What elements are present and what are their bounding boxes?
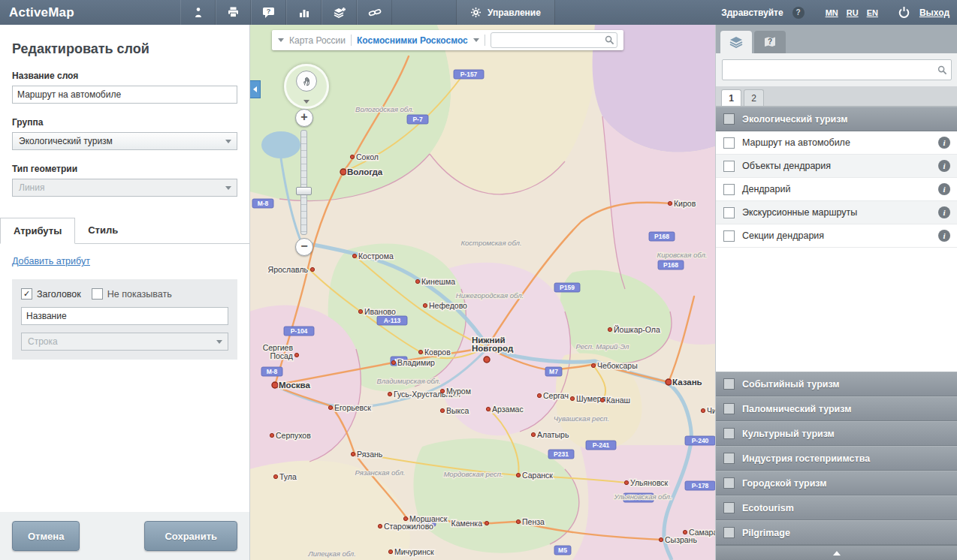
group-checkbox[interactable] [723, 428, 735, 439]
group-checkbox[interactable] [723, 403, 735, 414]
svg-text:М-8: М-8 [258, 200, 269, 207]
svg-text:Арзамас: Арзамас [492, 405, 524, 414]
svg-text:Р-178: Р-178 [692, 482, 709, 489]
base-layer-selector[interactable]: Карта России [289, 35, 346, 46]
title-checkbox[interactable] [21, 288, 32, 300]
layer-group-header[interactable]: Pilgrimage [716, 520, 957, 545]
editor-tabs: Атрибуты Стиль [0, 218, 249, 244]
layer-info-icon[interactable] [938, 206, 950, 218]
layer-row[interactable]: Секции дендрария [716, 224, 957, 248]
lang-mn[interactable]: MN [826, 8, 838, 17]
layer-group-header[interactable]: Индустрия гостеприимства [716, 446, 957, 471]
tab-layers[interactable] [720, 31, 752, 53]
search-icon[interactable] [605, 35, 614, 45]
cancel-button[interactable]: Отмена [12, 521, 80, 551]
layers-search-input[interactable] [726, 59, 937, 80]
layer-row[interactable]: Экскурсионные маршруты [716, 201, 957, 224]
user-icon[interactable] [180, 0, 216, 25]
hide-checkbox[interactable] [92, 288, 103, 300]
group-label: Индустрия гостеприимства [742, 453, 870, 464]
city-marker: Егорьевск [328, 403, 371, 412]
layer-name-input[interactable] [12, 86, 237, 104]
road-badge: М5 [554, 546, 571, 555]
svg-text:Ковров: Ковров [424, 348, 451, 357]
layer-group-header[interactable]: Городской туризм [716, 471, 957, 495]
report-icon[interactable]: ? [251, 0, 286, 25]
layer-row[interactable]: Маршрут на автомобиле [716, 131, 957, 155]
zoom-out-button[interactable] [295, 238, 313, 256]
group-checkbox[interactable] [723, 502, 735, 513]
zoom-in-button[interactable] [295, 109, 313, 127]
save-button[interactable]: Сохранить [144, 521, 237, 551]
add-attribute-link[interactable]: Добавить атрибут [12, 256, 90, 266]
svg-text:Пенза: Пенза [522, 517, 545, 526]
layer-checkbox[interactable] [723, 230, 735, 242]
layer-info-icon[interactable] [938, 137, 950, 149]
layer-row[interactable]: Объекты дендрария [716, 155, 957, 178]
layer-checkbox[interactable] [723, 161, 735, 172]
svg-text:Муром: Муром [446, 387, 471, 396]
collapse-panel-button[interactable] [716, 545, 957, 560]
layer-checkbox[interactable] [723, 137, 735, 149]
pan-control[interactable] [284, 64, 329, 109]
road-badge: М-8 [261, 367, 282, 376]
overlay-layer-selector[interactable]: Космоснимки Роскосмос [357, 35, 468, 46]
layer-info-icon[interactable] [938, 160, 950, 172]
tab-legend[interactable]: ? [754, 31, 786, 53]
layer-group-header[interactable]: Ecotourism [716, 495, 957, 520]
layer-row[interactable]: Дендрарий [716, 178, 957, 201]
title-checkbox-label[interactable]: Заголовок [37, 289, 81, 300]
header-user-area: Здравствуйте ? MNRUEN Выход [721, 0, 949, 25]
layer-group-header[interactable]: Паломнический туризм [716, 396, 957, 421]
attribute-type-value: Строка [28, 336, 58, 347]
tab-style[interactable]: Стиль [75, 218, 131, 243]
chevron-down-icon [225, 186, 231, 190]
group-checkbox[interactable] [723, 113, 735, 125]
link-icon[interactable] [357, 0, 392, 25]
layer-checkbox[interactable] [723, 207, 735, 218]
map-search-input[interactable] [494, 32, 605, 48]
chevron-up-icon [833, 551, 841, 555]
chevron-down-icon[interactable] [278, 38, 284, 42]
tab-attributes[interactable]: Атрибуты [0, 218, 75, 244]
hide-checkbox-label[interactable]: Не показывать [107, 289, 172, 300]
pan-down-icon[interactable] [303, 100, 309, 104]
layer-checkbox[interactable] [723, 184, 735, 195]
svg-text:Р-7: Р-7 [412, 116, 423, 123]
page-tab-1[interactable]: 1 [721, 89, 741, 106]
legend-icon: ? [763, 36, 777, 48]
zoom-slider-track[interactable] [300, 130, 307, 235]
logout-link[interactable]: Выход [919, 8, 949, 18]
attribute-name-input[interactable] [21, 307, 228, 325]
print-icon[interactable] [216, 0, 251, 25]
group-checkbox[interactable] [723, 378, 735, 390]
layer-info-icon[interactable] [938, 183, 950, 195]
map-canvas[interactable]: Р-157Р-7М-8Р168Р168Р159А-113Р-104М7М7М-8… [249, 25, 715, 560]
group-checkbox[interactable] [723, 453, 735, 464]
management-button[interactable]: Управление [456, 0, 555, 25]
group-label: Pilgrimage [742, 528, 790, 538]
group-checkbox[interactable] [723, 477, 735, 489]
chart-icon[interactable] [286, 0, 322, 25]
group-label: Культурный туризм [742, 429, 835, 439]
group-checkbox[interactable] [723, 527, 735, 538]
layer-group-header[interactable]: Экологический туризм [716, 107, 957, 131]
city-marker: Мичуринск [388, 547, 434, 556]
help-icon[interactable]: ? [792, 7, 805, 19]
svg-text:?: ? [266, 8, 270, 15]
add-layer-icon[interactable] [322, 0, 357, 25]
svg-text:Егорьевск: Егорьевск [334, 403, 371, 412]
chevron-down-icon[interactable] [473, 38, 479, 42]
panel-collapse-handle[interactable] [249, 80, 261, 98]
page-tab-2[interactable]: 2 [744, 89, 764, 106]
group-select[interactable]: Экологический туризм [12, 132, 237, 150]
search-icon[interactable] [937, 65, 947, 75]
lang-ru[interactable]: RU [847, 8, 859, 17]
layer-group-header[interactable]: Культурный туризм [716, 421, 957, 446]
layer-info-icon[interactable] [938, 230, 950, 242]
zoom-slider-handle[interactable] [296, 187, 312, 195]
lang-en[interactable]: EN [867, 8, 878, 17]
layer-group-header[interactable]: Событийный туризм [716, 372, 957, 396]
pan-hand-icon[interactable] [296, 71, 317, 92]
svg-text:М-8: М-8 [267, 368, 278, 375]
